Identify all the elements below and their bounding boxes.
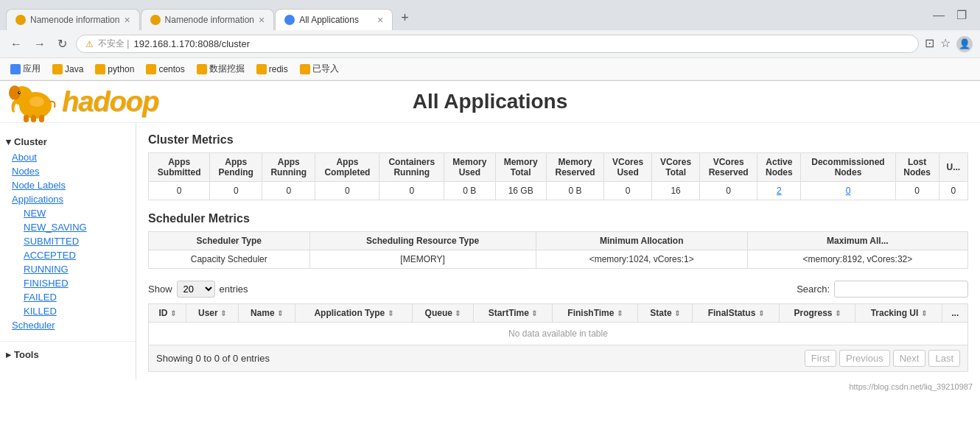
col-more: ... [942, 304, 968, 323]
col-memory-used: MemoryUsed [444, 153, 495, 182]
sort-finishtime-icon: ⇕ [617, 309, 623, 317]
profile-icon[interactable]: 👤 [956, 36, 973, 52]
col-apps-pending: AppsPending [210, 153, 262, 182]
tab-2-close[interactable]: × [259, 14, 265, 26]
reload-button[interactable]: ↻ [55, 35, 70, 52]
col-finish-time[interactable]: FinishTime ⇕ [552, 304, 638, 323]
col-user[interactable]: User ⇕ [186, 304, 238, 323]
active-nodes-link[interactable]: 2 [777, 186, 782, 196]
val-decommissioned-nodes: 0 [801, 182, 895, 200]
col-name[interactable]: Name ⇕ [238, 304, 295, 323]
tab-2[interactable]: Namenode information × [141, 9, 275, 30]
sidebar-link-accepted[interactable]: ACCEPTED [18, 248, 130, 262]
hadoop-wordmark: hadoop [62, 86, 158, 118]
sidebar-link-new[interactable]: NEW [18, 206, 130, 220]
col-apps-running: AppsRunning [262, 153, 315, 182]
sidebar-link-about[interactable]: About [6, 150, 130, 164]
next-page-button[interactable]: Next [893, 350, 926, 367]
bookmark-icon[interactable]: ☆ [940, 36, 951, 52]
browser-chrome: Namenode information × Namenode informat… [0, 0, 980, 81]
bookmark-imported[interactable]: 已导入 [297, 61, 342, 77]
apps-icon [10, 64, 21, 74]
col-id[interactable]: ID ⇕ [149, 304, 186, 323]
val-apps-running: 0 [262, 182, 315, 200]
tab-2-label: Namenode information [165, 15, 254, 25]
scheduler-metrics-title: Scheduler Metrics [148, 212, 968, 225]
col-vcores-reserved: VCoresReserved [700, 153, 757, 182]
col-scheduling-resource-type: Scheduling Resource Type [309, 232, 536, 250]
sidebar-link-running[interactable]: RUNNING [18, 262, 130, 276]
minimize-button[interactable]: — [928, 9, 949, 22]
showing-bar: Showing 0 to 0 of 0 entries First Previo… [148, 345, 968, 372]
col-minimum-allocation: Minimum Allocation [536, 232, 747, 250]
tab-3-close[interactable]: × [377, 14, 383, 26]
col-progress[interactable]: Progress ⇕ [780, 304, 855, 323]
sidebar-link-nodes[interactable]: Nodes [6, 164, 130, 178]
entries-select[interactable]: 10 20 50 100 [177, 281, 215, 298]
sidebar: ▾ Cluster About Nodes Node Labels Applic… [0, 123, 136, 379]
val-lost-nodes: 0 [895, 182, 939, 200]
tab-1-label: Namenode information [30, 15, 119, 25]
decommissioned-nodes-link[interactable]: 0 [846, 186, 851, 196]
col-maximum-allocation: Maximum All... [747, 232, 967, 250]
cast-icon[interactable]: ⊡ [925, 36, 934, 52]
content-area: Cluster Metrics AppsSubmitted AppsPendin… [136, 123, 980, 379]
metrics-data-row: 0 0 0 0 0 0 B 16 GB 0 B 0 16 0 2 0 0 [149, 182, 968, 200]
applications-sub: NEW NEW_SAVING SUBMITTED ACCEPTED RUNNIN… [6, 206, 130, 318]
sidebar-link-scheduler[interactable]: Scheduler [6, 318, 130, 332]
new-tab-button[interactable]: + [393, 6, 416, 30]
sort-starttime-icon: ⇕ [531, 309, 537, 317]
cluster-section-title[interactable]: ▾ Cluster [6, 133, 130, 150]
footer-note: https://blog.csdn.net/liq_39210987 [0, 379, 980, 394]
col-containers-running: ContainersRunning [379, 153, 444, 182]
metrics-header-row: AppsSubmitted AppsPending AppsRunning Ap… [149, 153, 968, 182]
last-page-button[interactable]: Last [928, 350, 960, 367]
sort-queue-icon: ⇕ [455, 309, 461, 317]
previous-page-button[interactable]: Previous [839, 350, 890, 367]
sidebar-link-submitted[interactable]: SUBMITTED [18, 234, 130, 248]
search-label: Search: [797, 284, 830, 295]
sidebar-link-killed[interactable]: KILLED [18, 304, 130, 318]
svg-point-8 [29, 96, 44, 107]
col-final-status[interactable]: FinalStatus ⇕ [692, 304, 780, 323]
tab-3[interactable]: All Applications × [275, 9, 393, 30]
bookmark-apps[interactable]: 应用 [7, 61, 43, 77]
bookmark-centos[interactable]: centos [143, 63, 187, 76]
back-button[interactable]: ← [7, 36, 25, 52]
tools-section-title[interactable]: ▸ Tools [6, 346, 130, 363]
cluster-metrics-title: Cluster Metrics [148, 133, 968, 147]
bookmark-python[interactable]: python [92, 63, 137, 76]
bookmark-java[interactable]: Java [49, 63, 86, 76]
val-active-nodes: 2 [757, 182, 801, 200]
col-app-type[interactable]: Application Type ⇕ [295, 304, 412, 323]
search-input[interactable] [834, 281, 968, 298]
tab-2-icon [150, 15, 161, 25]
sidebar-link-new-saving[interactable]: NEW_SAVING [18, 220, 130, 234]
table-controls: Show 10 20 50 100 entries Search: [148, 281, 968, 298]
tools-label: Tools [14, 349, 39, 360]
bookmark-centos-label: centos [158, 64, 184, 74]
bookmark-redis[interactable]: redis [253, 63, 291, 76]
tab-1-close[interactable]: × [124, 14, 130, 26]
security-label: 不安全 | [98, 38, 129, 50]
maximize-button[interactable]: ❐ [952, 8, 971, 22]
col-memory-reserved: MemoryReserved [546, 153, 603, 182]
bookmark-data-mining[interactable]: 数据挖掘 [194, 61, 248, 77]
folder-imported-icon [300, 64, 310, 74]
val-maximum-allocation: <memory:8192, vCores:32> [747, 250, 967, 269]
col-tracking-ui[interactable]: Tracking UI ⇕ [855, 304, 942, 323]
sidebar-link-finished[interactable]: FINISHED [18, 276, 130, 290]
sidebar-link-failed[interactable]: FAILED [18, 290, 130, 304]
col-start-time[interactable]: StartTime ⇕ [474, 304, 552, 323]
sidebar-link-applications[interactable]: Applications [6, 192, 130, 206]
page: hadoop All Applications ▾ Cluster About … [0, 81, 980, 379]
sidebar-link-node-labels[interactable]: Node Labels [6, 178, 130, 192]
elephant-icon [7, 80, 59, 124]
col-state[interactable]: State ⇕ [638, 304, 693, 323]
col-queue[interactable]: Queue ⇕ [412, 304, 474, 323]
forward-button[interactable]: → [31, 36, 49, 52]
tab-1[interactable]: Namenode information × [6, 9, 140, 30]
first-page-button[interactable]: First [805, 350, 836, 367]
sort-id-icon: ⇕ [170, 309, 176, 317]
address-field[interactable]: ⚠ 不安全 | 192.168.1.170:8088/cluster [76, 35, 919, 53]
